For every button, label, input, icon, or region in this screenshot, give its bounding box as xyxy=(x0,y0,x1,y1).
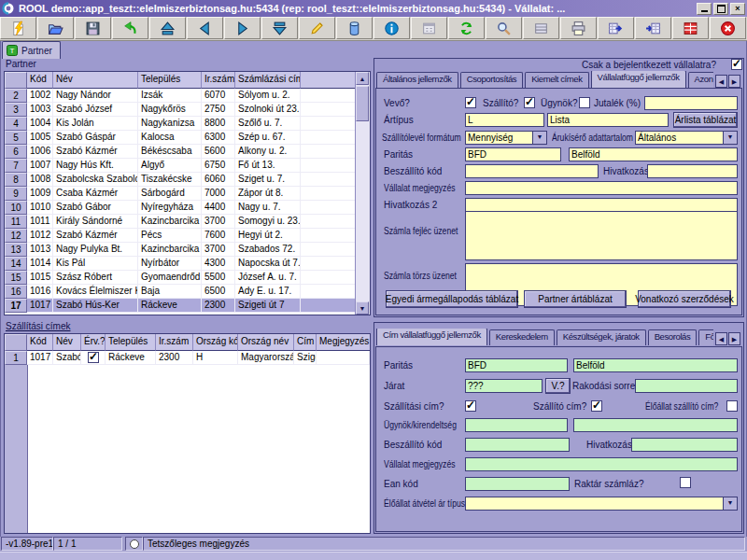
next-record-button[interactable] xyxy=(224,17,261,39)
szallitasi-cim-checkbox[interactable] xyxy=(465,400,476,412)
filter-checkbox[interactable] xyxy=(731,59,742,70)
partner-row[interactable]: 121012Szabó KázmérPécs7600Hegyi út 2. xyxy=(5,229,356,243)
row-number[interactable]: 17 xyxy=(5,299,27,313)
minimize-button[interactable] xyxy=(697,3,712,15)
eloallat-atvetel-dropdown[interactable]: ▼ xyxy=(465,497,738,511)
paritas-code-field[interactable]: BFD xyxy=(465,147,561,161)
cim-hivatkozas-field[interactable] xyxy=(631,438,738,452)
row-number[interactable]: 11 xyxy=(5,215,27,229)
column-header[interactable]: Település xyxy=(106,334,156,351)
print-button[interactable] xyxy=(560,17,597,39)
row-number[interactable]: 3 xyxy=(5,103,27,117)
calendar-button[interactable] xyxy=(411,17,447,39)
row-number[interactable]: 7 xyxy=(5,159,27,173)
row-number[interactable]: 4 xyxy=(5,117,27,131)
cim-paritas-name-field[interactable]: Belföld xyxy=(573,358,738,372)
tab-főkönyv[interactable]: Főkönyv xyxy=(698,329,713,345)
table-export-button[interactable] xyxy=(598,17,634,39)
row-number[interactable]: 6 xyxy=(5,145,27,159)
ugynok-kirendeltseg-name-field[interactable] xyxy=(573,418,738,432)
partner-table-scrollbar[interactable]: ▲ ▼ xyxy=(355,72,370,315)
column-header[interactable]: Ir.szám xyxy=(202,72,235,89)
refresh-button[interactable] xyxy=(448,17,485,39)
database-button[interactable] xyxy=(336,17,373,39)
tab-scroll-left-button[interactable]: ◀ xyxy=(715,332,727,345)
partner-row[interactable]: 101010Szabó GáborNyíregyháza4400Nagy u. … xyxy=(5,201,356,215)
rakodasi-field[interactable] xyxy=(635,379,738,393)
row-number[interactable]: 10 xyxy=(5,201,27,215)
hivatkozas-field[interactable] xyxy=(647,164,738,178)
column-header[interactable]: Kód xyxy=(27,334,53,351)
column-header[interactable]: Cím xyxy=(294,334,317,351)
tab-készültségek-járatok[interactable]: Készültségek, járatok xyxy=(557,329,646,345)
szamla-fejlec-textarea[interactable] xyxy=(465,211,738,260)
artipus-code-field[interactable]: L xyxy=(465,113,544,127)
column-header[interactable]: Kód xyxy=(27,72,53,89)
partner-row[interactable]: 41004Kis JolánNagykanizsa8800Szőlő u. 7. xyxy=(5,117,356,131)
info-button[interactable] xyxy=(374,17,410,39)
column-header[interactable]: Megjegyzés xyxy=(317,334,370,351)
column-header[interactable]: Név xyxy=(53,334,81,351)
tab-scroll-right-button[interactable]: ▶ xyxy=(728,332,740,345)
row-number[interactable]: 12 xyxy=(5,229,27,243)
partner-row[interactable]: 151015Szász RóbertGyomaendrőd5500József … xyxy=(5,271,356,285)
partner-row[interactable]: 51005Szabó GáspárKalocsa6300Szép u. 67. xyxy=(5,131,356,145)
row-number[interactable]: 1 xyxy=(5,351,27,365)
tab-scroll-right-button[interactable]: ▶ xyxy=(728,75,740,88)
partner-row[interactable]: 171017Szabó Hús-KerRáckeve2300Szigeti út… xyxy=(5,299,356,313)
column-header[interactable]: Név xyxy=(53,72,138,89)
search-button[interactable] xyxy=(486,17,522,39)
undo-button[interactable] xyxy=(112,17,148,39)
column-header[interactable]: Számlázási cím xyxy=(235,72,301,89)
vonatkozo-szerzodesek-button[interactable]: Vonatkozó szerződések xyxy=(638,290,731,308)
partner-row[interactable]: 141014Kis PálNyírbátor4300Napocska út 7. xyxy=(5,257,356,271)
cim-vallalat-megjegyzes-field[interactable] xyxy=(465,457,738,471)
column-header[interactable]: Ország név xyxy=(238,334,294,351)
row-number[interactable]: 16 xyxy=(5,285,27,299)
scroll-thumb[interactable] xyxy=(356,86,369,121)
partner-row[interactable]: 21002Nagy NándorIzsák6070Sólyom u. 2. xyxy=(5,89,356,103)
column-header[interactable]: Érv.? xyxy=(81,334,106,351)
erv-checkbox[interactable] xyxy=(88,352,99,363)
dropdown-arrow-icon[interactable]: ▼ xyxy=(723,132,737,144)
partner-row[interactable]: 71007Nagy Hús Kft.Algyő6750Fő út 13. xyxy=(5,159,356,173)
column-header[interactable]: Település xyxy=(138,72,202,89)
raktar-szamlaz-checkbox[interactable] xyxy=(680,477,691,488)
ugynok-kirendeltseg-code-field[interactable] xyxy=(465,418,568,432)
note-radio[interactable] xyxy=(130,539,139,549)
tab-kiemelt-címek[interactable]: Kiemelt címek xyxy=(525,72,588,88)
row-number[interactable]: 14 xyxy=(5,257,27,271)
artipus-name-field[interactable]: Lista xyxy=(547,113,669,127)
dropdown-arrow-icon[interactable]: ▼ xyxy=(532,132,546,144)
tab-besorolás[interactable]: Besorolás xyxy=(648,329,698,345)
row-number[interactable]: 5 xyxy=(5,131,27,145)
cim-beszallito-field[interactable] xyxy=(465,438,570,452)
last-record-button[interactable] xyxy=(261,17,298,39)
scroll-down-icon[interactable]: ▼ xyxy=(356,301,369,315)
shipping-row[interactable]: 11017SzabóRáckeve2300HMagyarországSziget xyxy=(5,351,370,365)
dropdown-arrow-icon[interactable]: ▼ xyxy=(723,497,737,510)
tab-scroll-left-button[interactable]: ◀ xyxy=(715,75,727,88)
arukisero-dropdown[interactable]: Általános▼ xyxy=(635,131,738,145)
cim-paritas-code-field[interactable]: BFD xyxy=(465,358,568,372)
egyedi-armegallapodas-button[interactable]: Egyedi ármegállapodás táblázat xyxy=(386,290,518,308)
row-number[interactable]: 9 xyxy=(5,187,27,201)
column-header[interactable]: Ország kód xyxy=(193,334,238,351)
partner-row[interactable]: 81008Szabolcska SzabolcsTiszakécske6060S… xyxy=(5,173,356,187)
szallito-cim-checkbox[interactable] xyxy=(591,400,602,412)
row-number[interactable]: 8 xyxy=(5,173,27,187)
vallalat-megjegyzes-field[interactable] xyxy=(465,181,738,195)
exit-button[interactable] xyxy=(710,17,746,39)
eloallat-szallito-checkbox[interactable] xyxy=(726,400,738,412)
row-number[interactable]: 15 xyxy=(5,271,27,285)
partner-row[interactable]: 61006Szabó KázmérBékéscsaba5600Alkony u.… xyxy=(5,145,356,159)
row-number[interactable]: 13 xyxy=(5,243,27,257)
tab-partner[interactable]: T Partner xyxy=(2,41,61,59)
tab-vállalatfüggő-jellemzők[interactable]: Vállalatfüggő jellemzők xyxy=(591,71,686,88)
szallito-checkbox[interactable] xyxy=(524,97,535,108)
partner-artablazat-button[interactable]: Partner ártáblázat xyxy=(524,290,627,308)
red-grid-button[interactable] xyxy=(672,17,709,39)
open-button[interactable] xyxy=(37,17,74,39)
tab-cím-vállalatfüggő-jellemzők[interactable]: Cím vállalatfüggő jellemzők xyxy=(376,329,487,345)
hivatkozas2-field[interactable] xyxy=(465,198,738,212)
